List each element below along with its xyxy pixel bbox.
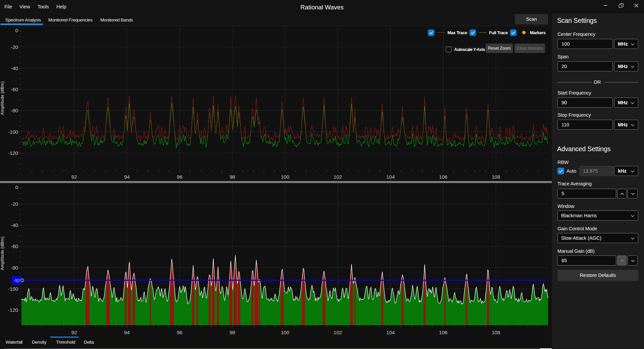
svg-text:Amplitude (dBm): Amplitude (dBm): [0, 237, 5, 271]
svg-text:104: 104: [386, 174, 395, 180]
svg-text:94: 94: [124, 330, 130, 335]
svg-text:102: 102: [333, 330, 342, 335]
svg-text:96: 96: [177, 174, 182, 180]
svg-text:98: 98: [229, 330, 235, 335]
svg-text:-120: -120: [8, 150, 18, 156]
svg-text:104: 104: [386, 330, 395, 335]
svg-text:92: 92: [71, 330, 77, 335]
svg-text:-100: -100: [8, 286, 18, 292]
svg-text:-20: -20: [11, 44, 18, 50]
svg-text:-80: -80: [11, 108, 18, 113]
svg-text:92: 92: [71, 174, 77, 180]
svg-text:-40: -40: [11, 222, 18, 228]
svg-text:-20: -20: [11, 201, 18, 207]
svg-text:0: 0: [15, 27, 18, 33]
svg-text:96: 96: [177, 330, 182, 335]
svg-text:102: 102: [333, 174, 342, 180]
svg-text:106: 106: [439, 174, 447, 180]
svg-text:106: 106: [439, 330, 447, 335]
svg-text:-100: -100: [8, 129, 18, 135]
svg-text:100: 100: [281, 174, 289, 180]
svg-text:0: 0: [15, 184, 18, 190]
svg-text:-92: -92: [14, 278, 20, 283]
svg-text:-80: -80: [11, 265, 18, 271]
svg-text:98: 98: [229, 174, 235, 180]
svg-text:-40: -40: [11, 65, 18, 71]
svg-text:-60: -60: [11, 86, 18, 92]
svg-text:-120: -120: [8, 307, 18, 313]
svg-text:108: 108: [492, 330, 500, 335]
svg-text:108: 108: [492, 174, 500, 180]
svg-text:Amplitude (dBm): Amplitude (dBm): [0, 81, 5, 115]
svg-text:94: 94: [124, 174, 130, 180]
svg-text:100: 100: [281, 330, 289, 335]
svg-text:-60: -60: [11, 243, 18, 249]
